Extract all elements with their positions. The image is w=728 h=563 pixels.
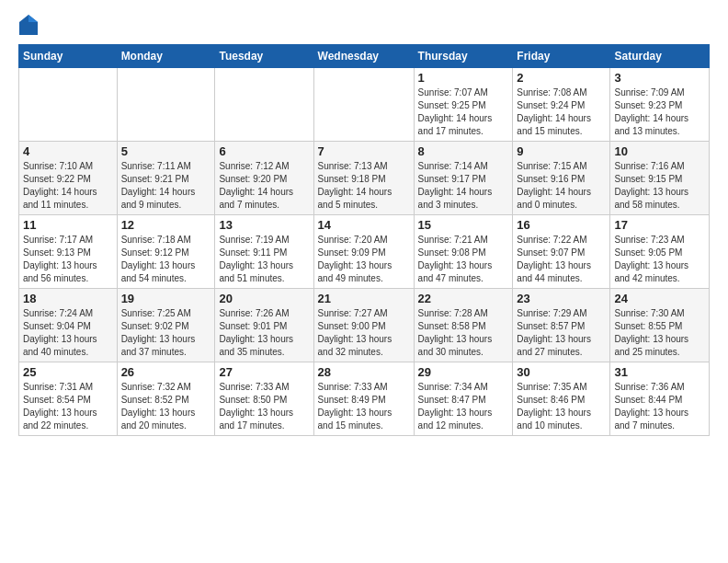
day-number: 26 (121, 365, 211, 379)
day-number: 12 (121, 218, 211, 232)
day-number: 18 (23, 292, 113, 305)
day-number: 22 (418, 292, 509, 305)
week-row-1: 1Sunrise: 7:07 AM Sunset: 9:25 PM Daylig… (19, 68, 710, 142)
day-cell: 29Sunrise: 7:34 AM Sunset: 8:47 PM Dayli… (414, 362, 513, 436)
day-cell: 1Sunrise: 7:07 AM Sunset: 9:25 PM Daylig… (414, 68, 513, 142)
page: SundayMondayTuesdayWednesdayThursdayFrid… (0, 0, 728, 563)
day-cell: 19Sunrise: 7:25 AM Sunset: 9:02 PM Dayli… (117, 289, 215, 362)
day-cell: 21Sunrise: 7:27 AM Sunset: 9:00 PM Dayli… (313, 289, 414, 362)
day-number: 7 (318, 144, 410, 158)
weekday-header-friday: Friday (513, 45, 610, 68)
day-cell: 3Sunrise: 7:09 AM Sunset: 9:23 PM Daylig… (610, 68, 710, 142)
day-info: Sunrise: 7:29 AM Sunset: 8:57 PM Dayligh… (517, 307, 606, 359)
day-number: 27 (219, 365, 309, 379)
day-cell: 15Sunrise: 7:21 AM Sunset: 9:08 PM Dayli… (414, 215, 513, 289)
logo-icon (19, 15, 38, 35)
day-cell: 24Sunrise: 7:30 AM Sunset: 8:55 PM Dayli… (610, 289, 710, 362)
day-number: 8 (418, 144, 509, 158)
day-cell: 31Sunrise: 7:36 AM Sunset: 8:44 PM Dayli… (610, 362, 710, 436)
day-info: Sunrise: 7:19 AM Sunset: 9:11 PM Dayligh… (219, 234, 309, 285)
day-number: 24 (614, 292, 705, 305)
day-info: Sunrise: 7:34 AM Sunset: 8:47 PM Dayligh… (418, 381, 509, 432)
day-number: 23 (517, 292, 606, 305)
day-cell: 14Sunrise: 7:20 AM Sunset: 9:09 PM Dayli… (313, 215, 414, 289)
day-cell: 30Sunrise: 7:35 AM Sunset: 8:46 PM Dayli… (513, 362, 610, 436)
day-info: Sunrise: 7:13 AM Sunset: 9:18 PM Dayligh… (318, 160, 410, 212)
day-number: 29 (418, 365, 509, 379)
day-info: Sunrise: 7:07 AM Sunset: 9:25 PM Dayligh… (418, 86, 509, 138)
logo (18, 15, 39, 35)
weekday-header-wednesday: Wednesday (313, 45, 414, 68)
day-info: Sunrise: 7:08 AM Sunset: 9:24 PM Dayligh… (517, 86, 606, 138)
day-cell: 28Sunrise: 7:33 AM Sunset: 8:49 PM Dayli… (313, 362, 414, 436)
day-info: Sunrise: 7:11 AM Sunset: 9:21 PM Dayligh… (121, 160, 211, 212)
weekday-header-sunday: Sunday (19, 45, 118, 68)
day-number: 2 (517, 71, 606, 85)
day-number: 16 (517, 218, 606, 232)
weekday-header-thursday: Thursday (414, 45, 513, 68)
weekday-header-row: SundayMondayTuesdayWednesdayThursdayFrid… (19, 45, 710, 68)
day-cell: 11Sunrise: 7:17 AM Sunset: 9:13 PM Dayli… (19, 215, 118, 289)
day-cell: 23Sunrise: 7:29 AM Sunset: 8:57 PM Dayli… (513, 289, 610, 362)
day-info: Sunrise: 7:15 AM Sunset: 9:16 PM Dayligh… (517, 160, 606, 212)
header (18, 15, 710, 35)
day-info: Sunrise: 7:10 AM Sunset: 9:22 PM Dayligh… (23, 160, 113, 212)
weekday-header-saturday: Saturday (610, 45, 710, 68)
day-info: Sunrise: 7:09 AM Sunset: 9:23 PM Dayligh… (614, 86, 705, 138)
day-info: Sunrise: 7:31 AM Sunset: 8:54 PM Dayligh… (23, 381, 113, 432)
day-number: 17 (614, 218, 705, 232)
day-cell: 9Sunrise: 7:15 AM Sunset: 9:16 PM Daylig… (513, 142, 610, 215)
day-cell: 22Sunrise: 7:28 AM Sunset: 8:58 PM Dayli… (414, 289, 513, 362)
day-info: Sunrise: 7:21 AM Sunset: 9:08 PM Dayligh… (418, 234, 509, 285)
day-cell (19, 68, 118, 142)
day-number: 9 (517, 144, 606, 158)
day-number: 5 (121, 144, 211, 158)
day-info: Sunrise: 7:23 AM Sunset: 9:05 PM Dayligh… (614, 234, 705, 285)
day-number: 19 (121, 292, 211, 305)
day-info: Sunrise: 7:14 AM Sunset: 9:17 PM Dayligh… (418, 160, 509, 212)
day-info: Sunrise: 7:22 AM Sunset: 9:07 PM Dayligh… (517, 234, 606, 285)
day-number: 20 (219, 292, 309, 305)
day-number: 14 (318, 218, 410, 232)
day-info: Sunrise: 7:30 AM Sunset: 8:55 PM Dayligh… (614, 307, 705, 359)
day-number: 4 (23, 144, 113, 158)
day-cell: 13Sunrise: 7:19 AM Sunset: 9:11 PM Dayli… (215, 215, 313, 289)
day-cell: 27Sunrise: 7:33 AM Sunset: 8:50 PM Dayli… (215, 362, 313, 436)
day-info: Sunrise: 7:33 AM Sunset: 8:49 PM Dayligh… (318, 381, 410, 432)
calendar-table: SundayMondayTuesdayWednesdayThursdayFrid… (18, 44, 710, 436)
svg-marker-1 (28, 15, 38, 22)
day-number: 1 (418, 71, 509, 85)
day-number: 11 (23, 218, 113, 232)
weekday-header-tuesday: Tuesday (215, 45, 313, 68)
day-number: 31 (614, 365, 705, 379)
day-info: Sunrise: 7:36 AM Sunset: 8:44 PM Dayligh… (614, 381, 705, 432)
day-cell: 10Sunrise: 7:16 AM Sunset: 9:15 PM Dayli… (610, 142, 710, 215)
day-number: 6 (219, 144, 309, 158)
day-cell: 4Sunrise: 7:10 AM Sunset: 9:22 PM Daylig… (19, 142, 118, 215)
day-cell: 6Sunrise: 7:12 AM Sunset: 9:20 PM Daylig… (215, 142, 313, 215)
day-info: Sunrise: 7:12 AM Sunset: 9:20 PM Dayligh… (219, 160, 309, 212)
week-row-4: 18Sunrise: 7:24 AM Sunset: 9:04 PM Dayli… (19, 289, 710, 362)
day-cell: 18Sunrise: 7:24 AM Sunset: 9:04 PM Dayli… (19, 289, 118, 362)
day-cell (215, 68, 313, 142)
day-cell: 2Sunrise: 7:08 AM Sunset: 9:24 PM Daylig… (513, 68, 610, 142)
day-info: Sunrise: 7:32 AM Sunset: 8:52 PM Dayligh… (121, 381, 211, 432)
day-cell (313, 68, 414, 142)
day-number: 10 (614, 144, 705, 158)
week-row-3: 11Sunrise: 7:17 AM Sunset: 9:13 PM Dayli… (19, 215, 710, 289)
day-cell: 7Sunrise: 7:13 AM Sunset: 9:18 PM Daylig… (313, 142, 414, 215)
day-cell: 12Sunrise: 7:18 AM Sunset: 9:12 PM Dayli… (117, 215, 215, 289)
day-info: Sunrise: 7:33 AM Sunset: 8:50 PM Dayligh… (219, 381, 309, 432)
day-info: Sunrise: 7:25 AM Sunset: 9:02 PM Dayligh… (121, 307, 211, 359)
week-row-5: 25Sunrise: 7:31 AM Sunset: 8:54 PM Dayli… (19, 362, 710, 436)
day-number: 13 (219, 218, 309, 232)
day-cell: 16Sunrise: 7:22 AM Sunset: 9:07 PM Dayli… (513, 215, 610, 289)
day-number: 15 (418, 218, 509, 232)
day-info: Sunrise: 7:24 AM Sunset: 9:04 PM Dayligh… (23, 307, 113, 359)
weekday-header-monday: Monday (117, 45, 215, 68)
day-info: Sunrise: 7:20 AM Sunset: 9:09 PM Dayligh… (318, 234, 410, 285)
day-cell: 20Sunrise: 7:26 AM Sunset: 9:01 PM Dayli… (215, 289, 313, 362)
week-row-2: 4Sunrise: 7:10 AM Sunset: 9:22 PM Daylig… (19, 142, 710, 215)
day-cell: 8Sunrise: 7:14 AM Sunset: 9:17 PM Daylig… (414, 142, 513, 215)
day-number: 3 (614, 71, 705, 85)
